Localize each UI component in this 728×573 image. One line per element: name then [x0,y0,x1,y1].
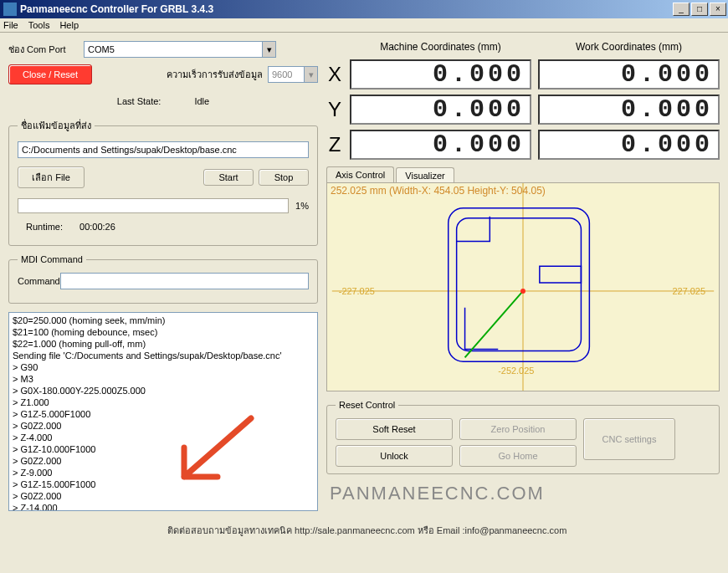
watermark: PANMANEECNC.COM [330,483,720,504]
console-line: > G1Z-10.000F1000 [13,443,314,455]
console-line: Sending file 'C:/Documents and Settings/… [13,350,314,361]
svg-rect-2 [449,208,590,362]
reset-legend: Reset Control [336,400,398,410]
machine-z: 0.000 [350,130,531,160]
console-line: > G0Z2.000 [13,490,314,502]
close-reset-button[interactable]: Close / Reset [8,64,92,84]
app-icon [3,3,17,16]
work-coords-header: Work Coordinates (mm) [538,41,720,54]
machine-y: 0.000 [350,95,531,125]
console-line: > G1Z-15.000F1000 [13,478,314,490]
work-z: 0.000 [538,130,720,160]
console-line: > G0Z2.000 [13,455,314,467]
console-line: $21=100 (homing debounce, msec) [13,326,314,338]
reset-control-section: Reset Control Soft Reset Unlock Zero Pos… [326,400,720,474]
console-line: $20=250.000 (homing seek, mm/min) [13,315,314,326]
menu-tools[interactable]: Tools [28,20,50,30]
work-x: 0.000 [538,59,720,90]
console-line: > Z-14.000 [13,502,314,511]
menu-help[interactable]: Help [59,20,79,30]
stop-button[interactable]: Stop [259,169,309,186]
console-line: > G0Z2.000 [13,420,314,432]
select-file-button[interactable]: เลือก File [18,166,85,188]
runtime-label: Runtime: [26,222,63,232]
maximize-button[interactable]: □ [691,3,708,16]
mdi-label: Command [18,276,60,286]
mdi-section: MDI Command Command [8,254,318,304]
file-path-input[interactable] [18,141,309,158]
menubar: File Tools Help [0,18,728,33]
axis-label-z: Z [326,130,343,160]
footer-text: ติดต่อสอบถามข้อมูลทางเทคนิค http://sale.… [0,523,728,538]
close-window-button[interactable]: × [710,3,726,16]
soft-reset-button[interactable]: Soft Reset [336,418,453,440]
console-log[interactable]: $20=250.000 (homing seek, mm/min)$21=100… [8,312,318,511]
file-section: ชื่อแฟ้มข้อมูลที่ส่ง เลือก File Start St… [8,118,318,246]
comport-select[interactable]: COM5 ▾ [84,41,276,58]
runtime-value: 00:00:26 [79,222,115,232]
machine-x: 0.000 [350,59,531,90]
unlock-button[interactable]: Unlock [336,445,453,467]
progress-bar [18,198,289,213]
work-y: 0.000 [538,95,720,125]
baud-label: ความเร็วการรับส่งข้อมูล [167,67,263,82]
baud-value: 9600 [272,69,292,79]
start-button[interactable]: Start [203,169,254,186]
mdi-legend: MDI Command [18,254,86,264]
console-line: > G90 [13,361,314,373]
console-line: > G1Z-5.000F1000 [13,408,314,420]
svg-point-5 [520,289,525,294]
tab-visualizer[interactable]: Visualizer [396,167,454,183]
baud-select[interactable]: 9600 ▾ [268,66,318,83]
state-label: Last State: [117,96,161,106]
titlebar: Panmaneecnc Controller For GRBL 3.4.3 _ … [0,0,728,18]
console-line: > Z-4.000 [13,432,314,443]
tab-axis-control[interactable]: Axis Control [326,166,394,182]
chevron-down-icon: ▾ [304,67,317,82]
state-value: Idle [194,96,209,106]
console-line: > Z1.000 [13,396,314,408]
comport-label: ช่อง Com Port [8,42,84,57]
console-line: > M3 [13,373,314,385]
axis-label-x: X [326,59,343,90]
go-home-button[interactable]: Go Home [459,445,577,467]
machine-coords-header: Machine Coordinates (mm) [350,41,531,54]
minimize-button[interactable]: _ [673,3,690,16]
viz-xpos: 227.025 [673,286,705,296]
window-title: Panmaneecnc Controller For GRBL 3.4.3 [20,3,673,15]
progress-pct: 1% [295,201,309,211]
file-legend: ชื่อแฟ้มข้อมูลที่ส่ง [18,118,95,133]
axis-label-y: Y [326,95,343,125]
cnc-settings-button[interactable]: CNC settings [583,418,675,460]
chevron-down-icon: ▾ [262,42,275,57]
visualizer-canvas[interactable]: 252.025 mm (Width-X: 454.05 Height-Y: 50… [326,182,720,391]
svg-rect-3 [457,218,582,351]
console-line: > G0X-180.000Y-225.000Z5.000 [13,385,314,396]
viz-info: 252.025 mm (Width-X: 454.05 Height-Y: 50… [331,185,546,197]
viz-xneg: -227.025 [339,286,375,296]
console-line: $22=1.000 (homing pull-off, mm) [13,338,314,350]
console-line: > Z-9.000 [13,467,314,478]
comport-value: COM5 [88,44,115,54]
svg-line-4 [465,291,523,357]
menu-file[interactable]: File [3,20,18,30]
viz-yneg: -252.025 [498,366,534,376]
mdi-input[interactable] [60,273,309,289]
zero-position-button[interactable]: Zero Position [459,418,577,440]
